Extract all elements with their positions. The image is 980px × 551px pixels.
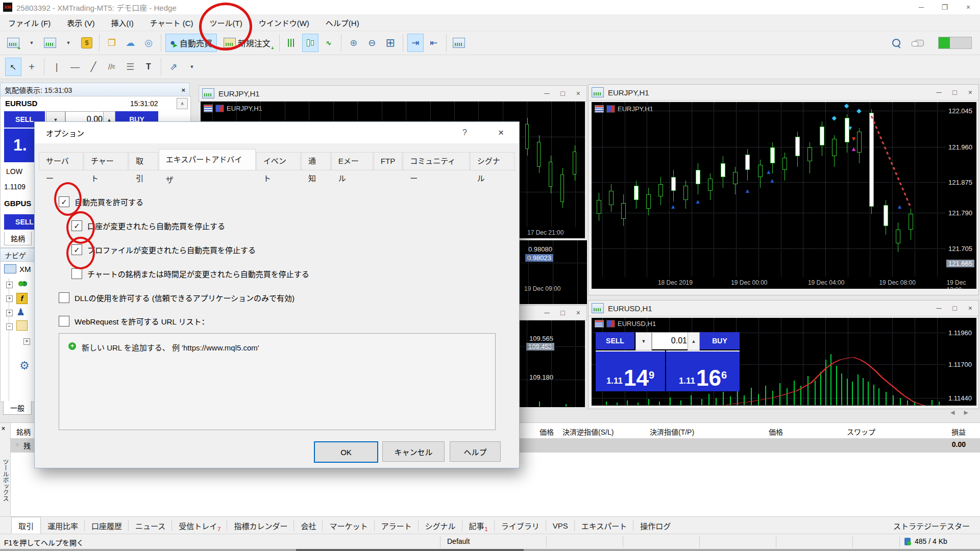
eurjpy-titlebar[interactable]: EURJPY,H1 ─ □ × xyxy=(589,85,978,101)
center-minimize-icon[interactable]: ─ xyxy=(544,89,549,97)
tab-charts[interactable]: チャート xyxy=(84,152,128,170)
navigator-root-item[interactable]: XM xyxy=(4,264,31,273)
quotes-scroll-up-icon[interactable]: ∧ xyxy=(177,98,188,109)
tab-signals[interactable]: シグナル xyxy=(419,517,462,534)
chat-icon[interactable] xyxy=(915,40,924,46)
checkbox-allow-webrequest[interactable]: WebRequest を許可する URL リスト： xyxy=(59,316,209,327)
eurusd-volume-field[interactable]: 0.01 xyxy=(652,332,691,349)
eurjpy-minimize-icon[interactable]: ─ xyxy=(936,88,941,96)
status-profile[interactable]: Default xyxy=(447,537,470,545)
cursor-icon[interactable]: ↖ xyxy=(5,58,21,76)
templates-button[interactable] xyxy=(451,34,467,52)
col-symbol[interactable]: 銘柄 xyxy=(16,427,31,437)
eurjpy-maximize-icon[interactable]: □ xyxy=(952,88,957,96)
checkbox-disable-on-profile-change[interactable]: ✓ プロファイルが変更されたら自動売買を停止する xyxy=(71,244,256,255)
vertical-line-icon[interactable]: | xyxy=(48,58,65,76)
dialog-titlebar[interactable]: オプション xyxy=(35,122,519,143)
frag3-maximize-icon[interactable]: □ xyxy=(560,309,565,317)
tab-history[interactable]: 口座履歴 xyxy=(85,517,129,534)
menu-insert[interactable]: 挿入(I) xyxy=(103,17,142,28)
tab-vps[interactable]: VPS xyxy=(546,517,575,534)
tab-market[interactable]: マーケット xyxy=(323,517,374,534)
eurjpy-plot[interactable]: EURJPY,H1 ◆◆◆▲▲▲▲▲▼▲▼▲ xyxy=(592,102,946,277)
tab-journal[interactable]: 操作ログ xyxy=(633,517,677,534)
webrequest-url-list[interactable]: + 新しい URL を追加する、 例 'https://www.mql5.com… xyxy=(59,333,496,430)
tab-community[interactable]: コミュニティー xyxy=(403,152,470,170)
eurusd-titlebar[interactable]: EURUSD,H1 ─ □ × xyxy=(589,300,978,316)
navigator-tab-common[interactable]: 一般 xyxy=(3,401,32,415)
menu-help[interactable]: ヘルプ(H) xyxy=(317,17,368,28)
history-center-button[interactable]: $ xyxy=(79,34,95,52)
fibonacci-icon[interactable]: ☰ xyxy=(122,58,138,76)
menu-view[interactable]: 表示 (V) xyxy=(59,17,103,28)
col-tp[interactable]: 決済指値(T/P) xyxy=(650,427,694,437)
center-window-titlebar[interactable]: EURJPY,H1 ─ □ × xyxy=(199,85,587,102)
search-icon[interactable] xyxy=(892,39,900,47)
shapes-icon[interactable]: ⇗ xyxy=(165,58,182,76)
trendline-icon[interactable]: ╱ xyxy=(85,58,102,76)
eurusd-close-icon[interactable]: × xyxy=(968,304,972,312)
profiles-dropdown-icon[interactable]: ▼ xyxy=(60,34,77,52)
restore-icon[interactable]: ❐ xyxy=(933,0,957,14)
frag3-close-icon[interactable]: × xyxy=(576,309,580,317)
strategy-tester-tab[interactable]: ストラテジーテスター xyxy=(887,517,980,534)
tab-company[interactable]: 会社 xyxy=(294,517,323,534)
line-chart-icon[interactable]: ∿ xyxy=(321,34,337,52)
dialog-help-icon[interactable]: ? xyxy=(462,128,467,137)
quote-symbol[interactable]: EURUSD xyxy=(5,99,37,108)
bar-chart-icon[interactable] xyxy=(284,34,300,52)
menu-file[interactable]: ファイル (F) xyxy=(0,17,59,28)
signal-icon[interactable]: ◎ xyxy=(140,34,157,52)
candlestick-chart-icon[interactable] xyxy=(302,34,318,52)
minimize-icon[interactable]: ─ xyxy=(910,0,933,14)
mdi-scroll-right-icon[interactable]: ▶ xyxy=(964,409,968,416)
tab-trade[interactable]: 取引 xyxy=(129,152,158,170)
menu-chart[interactable]: チャート (C) xyxy=(142,17,202,28)
eurusd-volume-up-icon[interactable]: ▲ xyxy=(688,332,700,350)
quote-symbol-2[interactable]: GBPUS xyxy=(4,199,31,208)
tab-mailbox[interactable]: 受信トレイ7 xyxy=(172,517,227,534)
chart-shift-icon[interactable]: ⇤ xyxy=(426,34,442,52)
center-maximize-icon[interactable]: □ xyxy=(560,89,565,97)
add-url-icon[interactable]: + xyxy=(68,342,76,350)
dialog-close-icon[interactable]: × xyxy=(498,127,504,138)
eurusd-ask-panel[interactable]: 1.11 16 6 xyxy=(666,350,740,391)
tab-events[interactable]: イベント xyxy=(256,152,301,170)
accounts-icon[interactable]: ☻ xyxy=(16,279,26,289)
new-chart-button[interactable]: + xyxy=(5,34,21,52)
col-price2[interactable]: 価格 xyxy=(769,427,783,437)
new-chart-dropdown-icon[interactable]: ▼ xyxy=(23,34,40,52)
tree-collapse-scripts-icon[interactable]: − xyxy=(6,323,13,330)
eurusd-minimize-icon[interactable]: ─ xyxy=(936,304,941,312)
horizontal-line-icon[interactable]: — xyxy=(67,58,83,76)
tab-email[interactable]: Eメール xyxy=(331,152,373,170)
crosshair-icon[interactable]: + xyxy=(23,58,40,76)
toolbox-vertical-tab[interactable]: ツールボックス xyxy=(1,459,10,502)
book-icon[interactable]: ❐ xyxy=(104,34,120,52)
menu-window[interactable]: ウインドウ(W) xyxy=(251,17,317,28)
channel-icon[interactable]: //E xyxy=(104,58,120,76)
tab-codebase[interactable]: ライブラリ xyxy=(495,517,546,534)
checkbox-allow-dll[interactable]: DLLの使用を許可する (信頼できるアプリケーションのみで有効) xyxy=(59,292,295,303)
tab-alerts[interactable]: アラート xyxy=(375,517,419,534)
cloud-icon[interactable]: ☁ xyxy=(122,34,138,52)
ok-button[interactable]: OK xyxy=(314,441,378,463)
one-click-trading-icon[interactable] xyxy=(215,105,224,112)
cancel-button[interactable]: キャンセル xyxy=(382,441,445,462)
col-profit[interactable]: 損益 xyxy=(929,427,966,437)
eurusd-buy-button[interactable]: BUY xyxy=(700,332,740,349)
checkbox-disable-on-chart-change[interactable]: チャートの銘柄または時間足が変更されたら自動売買を停止する xyxy=(71,268,309,279)
text-tool-icon[interactable]: T xyxy=(140,58,157,76)
tree-expand-sub-icon[interactable]: + xyxy=(23,338,30,345)
add-url-hint[interactable]: 新しい URL を追加する、 例 'https://www.mql5.com' xyxy=(82,342,259,353)
services-gear-icon[interactable]: ⚙ xyxy=(19,359,30,372)
tile-windows-icon[interactable]: ⊞ xyxy=(382,34,399,52)
profiles-button[interactable] xyxy=(42,34,58,52)
col-swap[interactable]: スワップ xyxy=(847,427,875,437)
eurusd-sell-button[interactable]: SELL xyxy=(596,332,634,349)
tree-expand-indicators-icon[interactable]: + xyxy=(6,295,13,302)
zoom-in-icon[interactable]: ⊕ xyxy=(346,34,362,52)
tree-expand-experts-icon[interactable]: + xyxy=(6,310,13,316)
depth-of-market-icon[interactable] xyxy=(204,105,213,112)
tab-signals[interactable]: シグナル xyxy=(470,152,514,170)
